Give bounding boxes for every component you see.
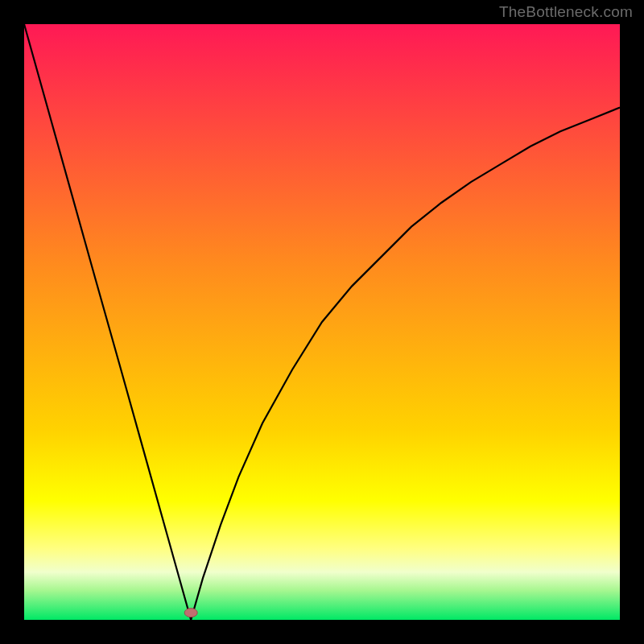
watermark-text: TheBottleneck.com [499,3,633,21]
plot-area [24,24,620,620]
chart-svg [24,24,620,620]
current-config-marker [184,609,197,617]
chart-frame: TheBottleneck.com [0,0,644,644]
